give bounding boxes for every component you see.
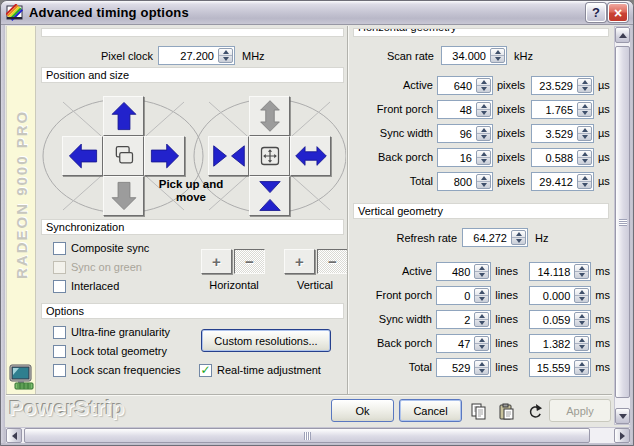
- spin-down-button[interactable]: [477, 182, 490, 188]
- spin-down-button[interactable]: [475, 344, 488, 350]
- help-button[interactable]: ?: [586, 3, 606, 22]
- spin-up-button[interactable]: [477, 175, 490, 182]
- spin-up-button[interactable]: [578, 103, 591, 110]
- value-field[interactable]: 16: [437, 148, 493, 167]
- spin-up-button[interactable]: [477, 151, 490, 158]
- spin-down-button[interactable]: [475, 296, 488, 302]
- spinner[interactable]: [577, 126, 592, 141]
- height-shrink-button[interactable]: [249, 176, 290, 216]
- spin-up-button[interactable]: [475, 313, 488, 320]
- spinner[interactable]: [574, 288, 589, 303]
- lock-total-geometry-checkbox[interactable]: Lock total geometry: [53, 344, 167, 358]
- spin-down-button[interactable]: [219, 56, 232, 62]
- spin-up-button[interactable]: [575, 337, 588, 344]
- spinner[interactable]: [218, 48, 233, 63]
- custom-resolutions-button[interactable]: Custom resolutions...: [201, 329, 331, 352]
- spinner[interactable]: [574, 336, 589, 351]
- spinner[interactable]: [490, 48, 505, 63]
- spinner[interactable]: [476, 126, 491, 141]
- value-field[interactable]: 529: [436, 358, 491, 377]
- close-button[interactable]: ×: [608, 3, 628, 22]
- time-field[interactable]: 1.765: [531, 100, 594, 119]
- position-pad-center-button[interactable]: [103, 136, 144, 176]
- time-field[interactable]: 29.412: [531, 172, 594, 191]
- refresh-rate-field[interactable]: 64.272: [462, 228, 528, 247]
- value-field[interactable]: 96: [437, 124, 493, 143]
- realtime-adjustment-checkbox[interactable]: ✓ Real-time adjustment: [199, 363, 321, 377]
- spinner[interactable]: [474, 288, 489, 303]
- spin-down-button[interactable]: [475, 272, 488, 278]
- width-shrink-button[interactable]: [208, 136, 249, 176]
- spin-down-button[interactable]: [575, 272, 588, 278]
- time-field[interactable]: 14.118: [529, 262, 591, 281]
- spin-down-button[interactable]: [491, 56, 504, 62]
- pixel-clock-field[interactable]: 27.200: [158, 46, 235, 65]
- spin-up-button[interactable]: [512, 231, 525, 238]
- spin-up-button[interactable]: [578, 127, 591, 134]
- spin-up-button[interactable]: [575, 313, 588, 320]
- window-titlebar[interactable]: Advanced timing options ? ×: [1, 1, 633, 25]
- spinner[interactable]: [577, 150, 592, 165]
- composite-sync-checkbox[interactable]: Composite sync: [53, 241, 149, 255]
- width-expand-button[interactable]: [290, 136, 331, 176]
- spin-up-button[interactable]: [578, 175, 591, 182]
- spin-up-button[interactable]: [578, 79, 591, 86]
- spin-down-button[interactable]: [578, 110, 591, 116]
- move-down-button[interactable]: [103, 176, 144, 216]
- spin-down-button[interactable]: [575, 296, 588, 302]
- spinner[interactable]: [474, 360, 489, 375]
- value-field[interactable]: 48: [437, 100, 493, 119]
- ultra-fine-granularity-checkbox[interactable]: Ultra-fine granularity: [53, 325, 170, 339]
- scroll-down-button[interactable]: [615, 408, 630, 424]
- spinner[interactable]: [474, 336, 489, 351]
- spin-down-button[interactable]: [578, 86, 591, 92]
- spin-down-button[interactable]: [477, 86, 490, 92]
- scroll-left-button[interactable]: [6, 428, 22, 443]
- value-field[interactable]: 2: [436, 310, 491, 329]
- spinner[interactable]: [476, 78, 491, 93]
- vertical-scroll-thumb[interactable]: [615, 46, 630, 398]
- spinner[interactable]: [476, 150, 491, 165]
- spin-up-button[interactable]: [491, 49, 504, 56]
- spin-down-button[interactable]: [475, 368, 488, 374]
- size-pad-center-button[interactable]: [249, 136, 290, 176]
- value-field[interactable]: 800: [437, 172, 493, 191]
- lock-scan-frequencies-checkbox[interactable]: Lock scan frequencies: [53, 363, 180, 377]
- vertical-minus-button[interactable]: −: [317, 249, 348, 274]
- refresh-button[interactable]: [524, 401, 544, 421]
- vertical-plus-button[interactable]: +: [284, 249, 315, 274]
- spinner[interactable]: [574, 360, 589, 375]
- time-field[interactable]: 0.588: [531, 148, 594, 167]
- copy-button[interactable]: [468, 401, 488, 421]
- spin-down-button[interactable]: [477, 134, 490, 140]
- spin-up-button[interactable]: [475, 361, 488, 368]
- spin-down-button[interactable]: [475, 320, 488, 326]
- spinner[interactable]: [476, 102, 491, 117]
- scroll-right-button[interactable]: [614, 428, 630, 443]
- spin-down-button[interactable]: [477, 110, 490, 116]
- spinner[interactable]: [577, 174, 592, 189]
- value-field[interactable]: 0: [436, 286, 491, 305]
- spin-up-button[interactable]: [575, 289, 588, 296]
- spin-down-button[interactable]: [575, 368, 588, 374]
- horizontal-scrollbar[interactable]: [5, 427, 631, 444]
- move-right-button[interactable]: [144, 136, 185, 176]
- cancel-button[interactable]: Cancel: [399, 399, 462, 422]
- time-field[interactable]: 15.559: [529, 358, 591, 377]
- spinner[interactable]: [474, 264, 489, 279]
- spin-up-button[interactable]: [475, 289, 488, 296]
- spinner[interactable]: [476, 174, 491, 189]
- paste-button[interactable]: [496, 401, 516, 421]
- spinner[interactable]: [511, 230, 526, 245]
- scroll-up-button[interactable]: [615, 27, 630, 43]
- value-field[interactable]: 640: [437, 76, 493, 95]
- spin-up-button[interactable]: [477, 103, 490, 110]
- spin-down-button[interactable]: [575, 320, 588, 326]
- spin-up-button[interactable]: [575, 361, 588, 368]
- spin-down-button[interactable]: [575, 344, 588, 350]
- vertical-scrollbar[interactable]: [614, 26, 631, 425]
- move-up-button[interactable]: [103, 96, 144, 136]
- spin-down-button[interactable]: [477, 158, 490, 164]
- spin-down-button[interactable]: [578, 158, 591, 164]
- spin-down-button[interactable]: [512, 238, 525, 244]
